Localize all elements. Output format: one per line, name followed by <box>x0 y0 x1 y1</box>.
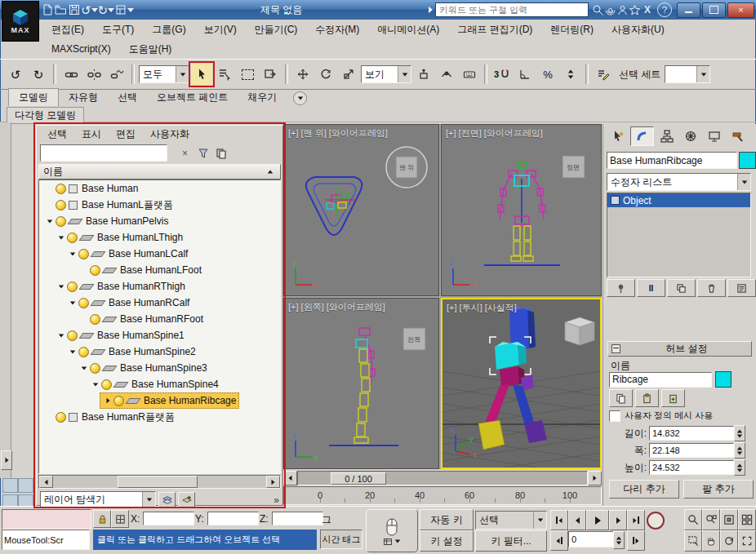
modify-tab-button[interactable] <box>630 126 654 146</box>
select-object-button[interactable] <box>191 64 212 85</box>
selection-lock-button[interactable] <box>93 510 111 528</box>
tree-item-label[interactable]: Base HumanRThigh <box>97 281 185 292</box>
open-file-button[interactable] <box>54 4 68 16</box>
tree-item[interactable]: Base HumanSpine2 <box>39 343 280 360</box>
bulb-icon[interactable] <box>90 363 100 374</box>
copy-button[interactable] <box>609 389 633 407</box>
percent-snap-button[interactable]: % <box>537 64 558 85</box>
pan-button[interactable] <box>702 530 720 552</box>
collapse-arrow-icon[interactable] <box>93 383 98 386</box>
new-layer-button[interactable] <box>178 492 195 508</box>
previous-frame-button[interactable] <box>568 510 586 530</box>
pin-stack-button[interactable] <box>607 279 635 297</box>
modifier-list-arrow[interactable] <box>737 174 750 190</box>
tree-item-label[interactable]: Base HumanLFoot <box>120 264 202 276</box>
motion-tab-button[interactable] <box>679 127 701 145</box>
layer-list-button[interactable] <box>158 492 176 508</box>
edit-named-selection-sets-button[interactable] <box>593 64 614 85</box>
zoom-region-button[interactable] <box>684 530 702 552</box>
menu-tools[interactable]: 도구(T) <box>93 20 143 39</box>
redo-tool-button[interactable]: ↻ <box>28 64 49 85</box>
object-color-swatch[interactable] <box>739 152 756 169</box>
previous-key-button[interactable] <box>550 530 568 551</box>
infocenter-search-input[interactable] <box>435 2 589 17</box>
bulb-icon[interactable] <box>56 184 66 194</box>
width-field[interactable]: 22.148 <box>649 443 734 458</box>
tree-item-label[interactable]: Base HumanSpine1 <box>97 330 185 341</box>
tree-item[interactable]: Base HumanPelvis <box>39 213 280 229</box>
menu-create[interactable]: 만들기(C) <box>246 20 307 39</box>
menu-views[interactable]: 보기(V) <box>195 20 246 39</box>
add-arm-button[interactable]: 팔 추가 <box>683 480 754 499</box>
bulb-icon[interactable] <box>67 281 78 292</box>
utilities-tab-button[interactable] <box>727 127 749 145</box>
height-spinner[interactable] <box>734 459 745 476</box>
width-spinner[interactable] <box>734 442 745 459</box>
auto-key-button[interactable]: 자동 키 <box>420 509 474 530</box>
more-options-icon[interactable]: » <box>273 494 279 506</box>
set-key-button[interactable]: 키 설정 <box>420 530 474 552</box>
tree-item[interactable]: Base HumanRCalf <box>39 295 280 311</box>
collapse-rollout-icon[interactable] <box>611 344 620 353</box>
hub-name-field[interactable]: Ribcage <box>609 372 712 388</box>
use-custom-mesh-checkbox[interactable] <box>609 410 620 422</box>
workspace-button[interactable] <box>114 4 127 16</box>
time-tag-button[interactable]: 시간 태그 <box>320 530 362 549</box>
ribbon-options-button[interactable] <box>293 91 307 105</box>
make-unique-button[interactable] <box>667 279 696 297</box>
z-coordinate-field[interactable] <box>272 512 323 525</box>
orbit-button[interactable] <box>720 530 738 552</box>
bulb-icon[interactable] <box>101 379 112 390</box>
minimize-button[interactable] <box>677 2 700 18</box>
redo-dropdown-icon[interactable] <box>108 8 114 12</box>
create-tab-button[interactable] <box>607 127 629 145</box>
bulb-icon[interactable] <box>78 347 89 357</box>
menu-animation[interactable]: 애니메이션(A) <box>368 20 448 39</box>
bulb-icon[interactable] <box>90 265 100 276</box>
expand-left-panel-button[interactable] <box>1 450 12 470</box>
tree-item-label[interactable]: Base HumanPelvis <box>86 215 168 227</box>
selected-filter-dropdown[interactable]: 선택 <box>475 511 547 530</box>
tree-item-label[interactable]: Base HumanRibcage <box>144 395 236 406</box>
mousetools-button[interactable] <box>366 509 418 552</box>
play-button[interactable] <box>586 510 609 530</box>
absolute-offset-toggle-button[interactable] <box>111 510 129 528</box>
collapse-arrow-icon[interactable] <box>47 219 52 223</box>
viewport-left[interactable]: 왼쪽 y z [+] [왼쪽] [와이어프레임] <box>283 298 439 469</box>
menu-help[interactable]: 도움말(H) <box>120 40 181 59</box>
undo-button[interactable]: ↺ <box>81 4 91 16</box>
next-frame-button[interactable] <box>609 510 627 530</box>
use-pivot-point-button[interactable] <box>413 64 434 85</box>
menu-maxscript[interactable]: MAXScript(X) <box>42 41 120 57</box>
time-slider-track[interactable]: 0 / 100 <box>297 471 588 485</box>
frame-spinner[interactable] <box>613 531 625 549</box>
time-slider-left-button[interactable] <box>283 471 297 485</box>
select-and-move-button[interactable] <box>292 64 314 85</box>
tree-item[interactable]: Base HumanSpine3 <box>39 360 280 376</box>
tree-item-selected[interactable]: Base HumanRibcage <box>39 392 280 409</box>
tree-item-label[interactable]: Base HumanSpine4 <box>131 379 219 390</box>
new-file-button[interactable] <box>41 4 54 16</box>
save-file-button[interactable] <box>68 4 81 16</box>
go-to-start-button[interactable] <box>550 510 568 530</box>
explorer-menu-edit[interactable]: 편집 <box>109 126 143 143</box>
bulb-icon[interactable] <box>67 233 78 243</box>
macro-recorder-line[interactable] <box>2 509 91 530</box>
reference-coordinate-dropdown[interactable]: 보기 <box>361 65 411 83</box>
expand-arrow-icon[interactable] <box>106 398 109 403</box>
zoom-extents-button[interactable] <box>720 509 738 530</box>
explorer-mode-dropdown[interactable]: 레이어 탐색기 <box>40 491 156 508</box>
modifier-stack[interactable]: Object <box>607 193 751 277</box>
tree-item-label[interactable]: Base HumanL플랫폼 <box>82 198 173 212</box>
collapse-arrow-icon[interactable] <box>70 301 75 304</box>
viewport-perspective-label[interactable]: [+] [투시] [사실적] <box>447 302 517 314</box>
named-selection-set-dropdown[interactable] <box>665 65 710 83</box>
tree-item-label[interactable]: Base HumanRCalf <box>109 297 189 308</box>
tree-item-label[interactable]: Base HumanSpine2 <box>109 346 196 357</box>
remove-modifier-button[interactable] <box>697 279 726 297</box>
hierarchy-tab-button[interactable] <box>656 127 678 145</box>
scrollbar-thumb[interactable] <box>118 476 198 488</box>
clear-search-button[interactable]: × <box>177 146 193 161</box>
ribbon-panel-polygon-modeling[interactable]: 다각형 모델링 <box>7 107 84 124</box>
menu-edit[interactable]: 편집(E) <box>42 20 93 39</box>
